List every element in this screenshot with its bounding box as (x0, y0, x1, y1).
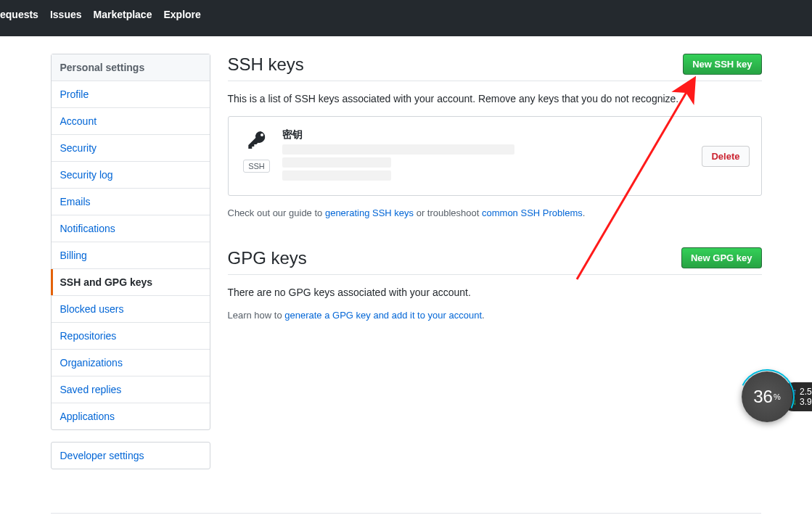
sidebar-item-profile[interactable]: Profile (52, 81, 210, 108)
gpg-title: GPG keys (228, 248, 307, 268)
generate-gpg-key-link[interactable]: generate a GPG key and add it to your ac… (284, 310, 482, 321)
monitor-percent-value: 36 (753, 387, 773, 407)
nav-issues[interactable]: Issues (50, 9, 82, 20)
redacted-fingerprint-line-3 (282, 170, 391, 181)
nav-explore[interactable]: Explore (163, 9, 200, 20)
ssh-title: SSH keys (228, 54, 304, 75)
guide-mid: or troubleshoot (414, 207, 482, 218)
monitor-percent-symbol: % (774, 392, 781, 401)
menu-heading: Personal settings (52, 54, 210, 81)
sidebar-item-emails[interactable]: Emails (52, 189, 210, 215)
key-icon (245, 142, 268, 154)
guide-suffix: . (583, 207, 586, 218)
sidebar-item-applications[interactable]: Applications (52, 403, 210, 429)
upload-speed: 2.5 (800, 387, 812, 397)
top-header: equests Issues Marketplace Explore (0, 0, 812, 36)
settings-sidebar: Personal settings Profile Account Securi… (51, 54, 210, 481)
ssh-key-actions: Delete (702, 146, 749, 167)
guide-prefix: Check out our guide to (228, 207, 325, 218)
system-monitor-percent-circle[interactable]: 36% (742, 371, 792, 422)
nav-pull-requests[interactable]: equests (0, 9, 38, 20)
gpg-learn-text: Learn how to generate a GPG key and add … (228, 310, 762, 321)
sidebar-item-account[interactable]: Account (52, 108, 210, 135)
new-ssh-key-button[interactable]: New SSH key (683, 54, 761, 75)
sidebar-item-security[interactable]: Security (52, 135, 210, 162)
download-speed: 3.9 (800, 397, 812, 407)
sidebar-item-organizations[interactable]: Organizations (52, 350, 210, 376)
learn-prefix: Learn how to (228, 310, 285, 321)
personal-settings-menu: Personal settings Profile Account Securi… (51, 54, 210, 430)
sidebar-item-saved-replies[interactable]: Saved replies (52, 376, 210, 403)
main-content: SSH keys New SSH key This is a list of S… (228, 54, 762, 481)
ssh-type-badge: SSH (243, 160, 270, 173)
header-nav: equests Issues Marketplace Explore (0, 0, 213, 20)
content-container: Personal settings Profile Account Securi… (51, 54, 762, 481)
generating-ssh-keys-link[interactable]: generating SSH keys (325, 207, 414, 218)
ssh-key-name: 密钥 (282, 128, 694, 141)
developer-settings-menu: Developer settings (51, 442, 210, 469)
redacted-fingerprint-line-1 (282, 144, 514, 155)
delete-ssh-key-button[interactable]: Delete (702, 146, 749, 167)
system-monitor-widget[interactable]: 36% ↑2.5 ↓3.9 (742, 371, 812, 422)
ssh-section-header: SSH keys New SSH key (228, 54, 762, 81)
sidebar-item-ssh-gpg-keys[interactable]: SSH and GPG keys (52, 269, 210, 296)
new-gpg-key-button[interactable]: New GPG key (681, 247, 762, 268)
redacted-fingerprint-line-2 (282, 157, 391, 168)
sidebar-item-billing[interactable]: Billing (52, 242, 210, 269)
learn-suffix: . (482, 310, 485, 321)
ssh-guide-text: Check out our guide to generating SSH ke… (228, 207, 762, 218)
gpg-empty-message: There are no GPG keys associated with yo… (228, 287, 762, 298)
sidebar-item-notifications[interactable]: Notifications (52, 215, 210, 242)
ssh-description: This is a list of SSH keys associated wi… (228, 93, 762, 104)
ssh-key-item: SSH 密钥 Delete (228, 116, 762, 196)
gpg-section-header: GPG keys New GPG key (228, 247, 762, 275)
common-ssh-problems-link[interactable]: common SSH Problems (482, 207, 583, 218)
sidebar-item-repositories[interactable]: Repositories (52, 323, 210, 350)
ssh-key-icon-column: SSH (240, 128, 274, 173)
sidebar-item-developer-settings[interactable]: Developer settings (52, 442, 210, 469)
nav-marketplace[interactable]: Marketplace (94, 9, 152, 20)
ssh-key-body: 密钥 (282, 128, 694, 184)
sidebar-item-blocked-users[interactable]: Blocked users (52, 296, 210, 323)
sidebar-item-security-log[interactable]: Security log (52, 162, 210, 189)
footer-divider (51, 513, 761, 514)
